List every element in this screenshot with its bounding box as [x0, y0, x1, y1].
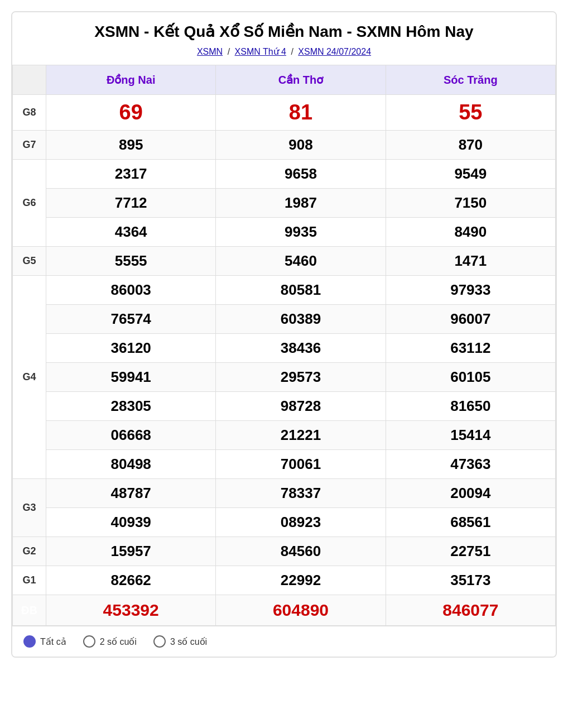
col-header-soc-trang: Sóc Trăng: [386, 65, 555, 95]
table-row-g5: G5 5555 5460 1471: [13, 247, 556, 276]
table-row-g1: G1 82662 22992 35173: [13, 566, 556, 595]
main-container: XSMN - Kết Quả Xổ Số Miền Nam - SXMN Hôm…: [11, 11, 557, 658]
table-row-g4-6: 80498 70061 47363: [13, 450, 556, 479]
radio-3so[interactable]: [153, 635, 166, 648]
footer: Tất cả 2 số cuối 3 số cuối: [12, 626, 556, 657]
breadcrumb-link-2[interactable]: XSMN Thứ 4: [235, 47, 286, 56]
db-soc-trang: 846077: [386, 595, 555, 626]
filter-option-3so[interactable]: 3 số cuối: [153, 635, 207, 648]
table-row-g4-1: 76574 60389 96007: [13, 305, 556, 334]
table-row-g8: G8 69 81 55: [13, 95, 556, 131]
row-label-g8: G8: [13, 95, 46, 131]
col-header-dong-nai: Đồng Nai: [46, 65, 216, 95]
table-row-db: ĐB 453392 604890 846077: [13, 595, 556, 626]
row-label-db: ĐB: [13, 595, 46, 626]
g8-soc-trang: 55: [386, 95, 555, 131]
filter-all-label: Tất cả: [40, 636, 66, 647]
results-table: Đồng Nai Cần Thơ Sóc Trăng G8 69 81 55 G…: [12, 65, 556, 626]
filter-3so-label: 3 số cuối: [170, 636, 207, 647]
table-row-g3-1: 40939 08923 68561: [13, 508, 556, 537]
row-label-g3: G3: [13, 479, 46, 537]
row-label-g7: G7: [13, 131, 46, 160]
g8-dong-nai: 69: [46, 95, 216, 131]
db-can-tho: 604890: [216, 595, 386, 626]
table-row-g3-0: G3 48787 78337 20094: [13, 479, 556, 508]
row-label-g6: G6: [13, 160, 46, 247]
breadcrumb: XSMN / XSMN Thứ 4 / XSMN 24/07/2024: [12, 44, 556, 65]
breadcrumb-link-1[interactable]: XSMN: [197, 47, 223, 56]
col-header-label: [13, 65, 46, 95]
table-row-g6-1: 7712 1987 7150: [13, 189, 556, 218]
table-row-g4-3: 59941 29573 60105: [13, 363, 556, 392]
table-row-g7: G7 895 908 870: [13, 131, 556, 160]
filter-option-all[interactable]: Tất cả: [23, 635, 66, 648]
table-row-g2: G2 15957 84560 22751: [13, 537, 556, 566]
table-row-g4-2: 36120 38436 63112: [13, 334, 556, 363]
radio-all[interactable]: [23, 635, 36, 648]
db-dong-nai: 453392: [46, 595, 216, 626]
table-row-g4-5: 06668 21221 15414: [13, 421, 556, 450]
table-row-g6-0: G6 2317 9658 9549: [13, 160, 556, 189]
page-title: XSMN - Kết Quả Xổ Số Miền Nam - SXMN Hôm…: [12, 12, 556, 44]
breadcrumb-link-3[interactable]: XSMN 24/07/2024: [298, 47, 371, 56]
col-header-can-tho: Cần Thơ: [216, 65, 386, 95]
row-label-g5: G5: [13, 247, 46, 276]
table-row-g4-4: 28305 98728 81650: [13, 392, 556, 421]
filter-2so-label: 2 số cuối: [100, 636, 137, 647]
g8-can-tho: 81: [216, 95, 386, 131]
radio-2so[interactable]: [83, 635, 95, 648]
filter-option-2so[interactable]: 2 số cuối: [83, 635, 137, 648]
row-label-g1: G1: [13, 566, 46, 595]
table-row-g4-0: G4 86003 80581 97933: [13, 276, 556, 305]
table-row-g6-2: 4364 9935 8490: [13, 218, 556, 247]
row-label-g2: G2: [13, 537, 46, 566]
row-label-g4: G4: [13, 276, 46, 479]
